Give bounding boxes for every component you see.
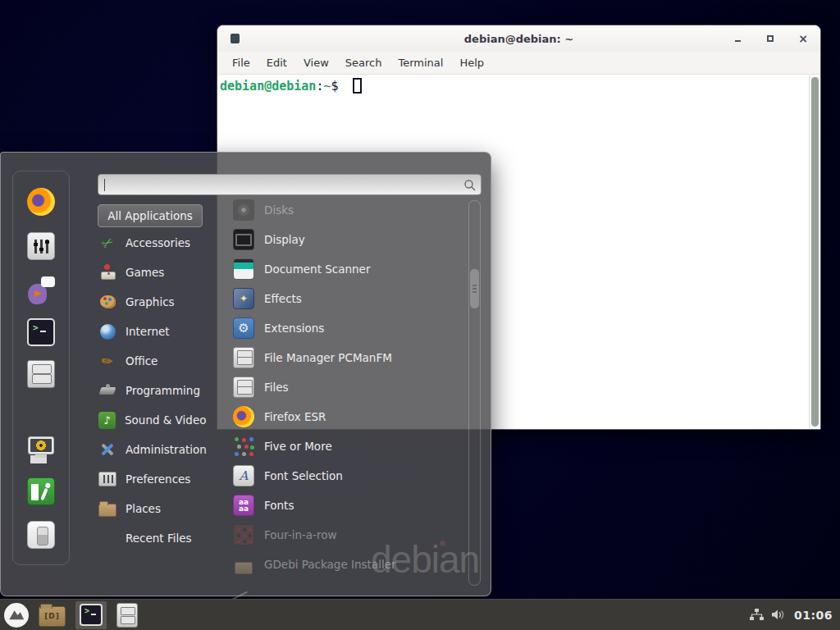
category-label: Games xyxy=(126,266,164,279)
app-item-label: Document Scanner xyxy=(264,262,370,276)
app-item-label: Extensions xyxy=(264,322,324,335)
app-item-effects[interactable]: Effects xyxy=(233,284,468,313)
category-games[interactable]: Games xyxy=(98,258,229,287)
menu-terminal[interactable]: Terminal xyxy=(390,52,451,74)
minimize-button[interactable] xyxy=(732,33,743,44)
category-recent-files[interactable]: Recent Files xyxy=(98,523,229,553)
category-label: Graphics xyxy=(126,295,175,308)
file-manager-launcher[interactable] xyxy=(116,603,138,628)
close-button[interactable]: × xyxy=(797,33,809,44)
programming-icon xyxy=(98,381,117,400)
app-item-label: Fonts xyxy=(264,499,294,512)
app-item-font-selection[interactable]: Font Selection xyxy=(233,461,468,491)
logout-icon[interactable] xyxy=(27,477,55,505)
menu-button[interactable] xyxy=(4,603,29,628)
category-administration[interactable]: Administration xyxy=(98,435,229,464)
search-input[interactable] xyxy=(98,174,482,195)
terminal-prompt: debian@debian:~$ xyxy=(220,78,804,94)
application-list: Disks Display Document Scanner Effects E… xyxy=(233,195,468,578)
category-office[interactable]: Office xyxy=(98,346,229,376)
category-internet[interactable]: Internet xyxy=(98,317,229,346)
terminal-taskbar-item[interactable] xyxy=(75,601,107,629)
effects-icon xyxy=(233,288,254,309)
app-item-files[interactable]: Files xyxy=(233,372,468,402)
prompt-symbol: $ xyxy=(331,79,345,94)
category-all-applications[interactable]: All Applications xyxy=(98,204,203,227)
pidgin-icon[interactable] xyxy=(27,276,55,304)
app-item-gdebi-package-installer[interactable]: GDebi Package Installer xyxy=(233,550,468,578)
terminal-scrollbar[interactable] xyxy=(809,75,819,428)
clock[interactable]: 01:06 xyxy=(794,609,833,622)
app-item-disks[interactable]: Disks xyxy=(233,195,468,225)
folder-launcher[interactable]: [D] xyxy=(39,606,66,627)
menu-view[interactable]: View xyxy=(295,52,337,74)
app-item-label: Files xyxy=(264,381,289,394)
app-item-file-manager-pcmanfm[interactable]: File Manager PCManFM xyxy=(233,343,468,372)
files-icon xyxy=(233,377,254,398)
maximize-button[interactable] xyxy=(765,33,776,44)
five-or-more-icon xyxy=(233,436,254,457)
app-item-fonts[interactable]: Fonts xyxy=(233,491,468,520)
category-places[interactable]: Places xyxy=(98,494,229,523)
recent-files-icon-placeholder xyxy=(98,528,117,548)
app-item-label: Font Selection xyxy=(264,469,343,482)
settings-icon[interactable] xyxy=(27,232,55,260)
games-icon xyxy=(98,262,117,282)
category-label: Internet xyxy=(126,325,170,338)
internet-icon xyxy=(98,322,117,341)
extensions-icon xyxy=(233,317,254,339)
app-item-label: Effects xyxy=(264,292,302,305)
display-icon xyxy=(233,229,254,250)
fonts-icon xyxy=(233,495,254,516)
favorites-panel xyxy=(12,171,70,565)
category-label: Programming xyxy=(126,384,200,397)
app-item-firefox-esr[interactable]: Firefox ESR xyxy=(233,402,468,431)
prompt-path: ~ xyxy=(323,79,331,94)
lock-screen-icon[interactable] xyxy=(25,436,57,463)
app-item-five-or-more[interactable]: Five or More xyxy=(233,431,468,461)
app-item-label: Four-in-a-row xyxy=(264,528,337,541)
category-all-applications-label: All Applications xyxy=(107,209,193,222)
desktop: debian debian@debian: ~ × File Edit View… xyxy=(0,0,840,630)
file-manager-icon[interactable] xyxy=(27,360,55,388)
folder-badge: [D] xyxy=(44,612,60,620)
terminal-icon[interactable] xyxy=(27,318,55,346)
prompt-user-host: debian@debian xyxy=(220,79,316,94)
sound-video-icon xyxy=(98,412,116,429)
menu-edit[interactable]: Edit xyxy=(258,52,295,74)
category-graphics[interactable]: Graphics xyxy=(98,287,229,317)
app-item-four-in-a-row[interactable]: Four-in-a-row xyxy=(233,520,468,550)
terminal-scrollbar-thumb[interactable] xyxy=(811,77,819,427)
category-label: Places xyxy=(126,502,161,515)
category-sound-video[interactable]: Sound & Video xyxy=(98,405,229,435)
category-preferences[interactable]: Preferences xyxy=(98,464,229,494)
category-label: Office xyxy=(126,354,158,368)
category-accessories[interactable]: Accessories xyxy=(98,228,229,258)
document-scanner-icon xyxy=(233,258,254,280)
app-item-document-scanner[interactable]: Document Scanner xyxy=(233,254,468,284)
pidgin-beak xyxy=(34,290,42,297)
terminal-titlebar[interactable]: debian@debian: ~ × xyxy=(217,25,820,52)
app-list-scrollbar-thumb[interactable] xyxy=(470,269,479,308)
taskbar: [D] 01:06 xyxy=(0,599,840,630)
menu-search[interactable]: Search xyxy=(337,52,390,74)
menu-help[interactable]: Help xyxy=(451,52,492,74)
app-list-scrollbar[interactable] xyxy=(468,200,481,586)
category-label: Preferences xyxy=(126,472,190,486)
menu-file[interactable]: File xyxy=(224,52,258,74)
app-item-extensions[interactable]: Extensions xyxy=(233,313,468,343)
system-tray: 01:06 xyxy=(749,609,840,622)
firefox-icon[interactable] xyxy=(27,188,55,216)
category-programming[interactable]: Programming xyxy=(98,376,229,405)
app-item-label: Five or More xyxy=(264,440,332,453)
lock-screen-display xyxy=(28,436,54,454)
network-icon[interactable] xyxy=(749,609,764,621)
app-item-label: Firefox ESR xyxy=(264,410,326,423)
volume-icon[interactable] xyxy=(771,609,787,621)
shutdown-icon[interactable] xyxy=(27,521,55,549)
app-item-display[interactable]: Display xyxy=(233,225,468,254)
app-item-label: GDebi Package Installer xyxy=(264,558,396,571)
office-icon xyxy=(98,351,117,371)
app-item-label: File Manager PCManFM xyxy=(264,351,392,364)
app-item-label: Display xyxy=(264,233,305,246)
